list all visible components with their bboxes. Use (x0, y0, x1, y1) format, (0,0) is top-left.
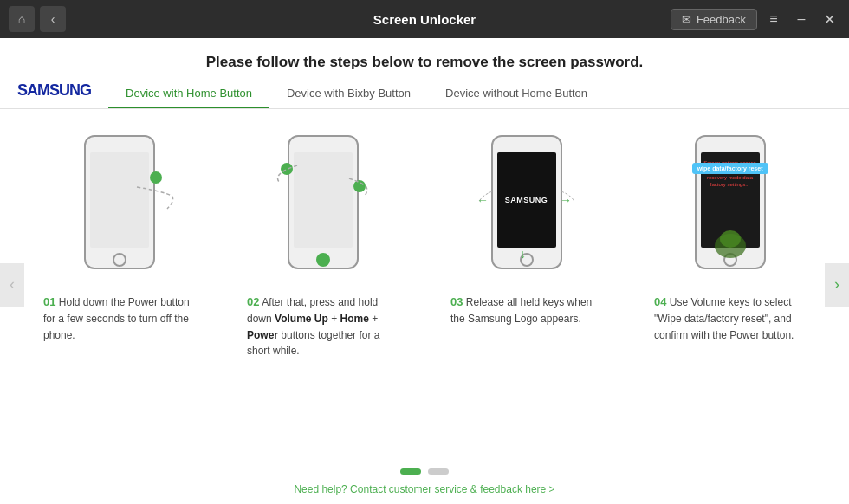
power-btn2-indicator (353, 180, 366, 192)
step-1-illustration (42, 118, 198, 287)
svg-text:←: ← (476, 193, 489, 207)
pagination (0, 460, 849, 480)
step-4: Screen options access to... recovery mod… (635, 118, 826, 359)
phone-3-home (520, 253, 534, 267)
phone-2 (288, 135, 359, 269)
prev-arrow[interactable]: ‹ (0, 263, 24, 307)
step-2: 02 After that, press and hold down Volum… (228, 118, 418, 359)
tab-bixby-button[interactable]: Device with Bixby Button (269, 80, 428, 108)
home-icon: ⌂ (18, 12, 25, 26)
feedback-button[interactable]: ✉ Feedback (671, 9, 757, 30)
step-3-text: 03 Release all held keys when the Samsun… (446, 287, 606, 327)
phone-4: Screen options access to... recovery mod… (695, 135, 766, 269)
step-2-text: 02 After that, press and hold down Volum… (243, 287, 403, 359)
step-3-illustration: SAMSUNG ← → ↓ (449, 118, 605, 287)
phone-1 (84, 135, 155, 269)
close-button[interactable]: ✕ (818, 8, 840, 30)
tabs-bar: SAMSUNG Device with Home Button Device w… (0, 80, 849, 109)
step-4-illustration: Screen options access to... recovery mod… (652, 118, 808, 287)
step-2-illustration (245, 118, 401, 287)
steps-container: 01 Hold down the Power button for a few … (17, 118, 832, 359)
titlebar-right-buttons: ✉ Feedback ≡ – ✕ (671, 8, 840, 30)
left-chevron-icon: ‹ (10, 275, 15, 294)
home-button[interactable]: ⌂ (9, 6, 35, 32)
back-button[interactable]: ‹ (40, 6, 66, 32)
phone-1-screen (90, 152, 149, 248)
menu-icon: ≡ (769, 11, 777, 27)
steps-area: ‹ 01 Ho (0, 109, 849, 460)
phone-2-screen (294, 152, 353, 248)
mail-icon: ✉ (682, 13, 691, 26)
titlebar: ⌂ ‹ Screen Unlocker ✉ Feedback ≡ – ✕ (0, 0, 849, 38)
phone-4-home (723, 253, 737, 267)
step-3: SAMSUNG ← → ↓ (431, 118, 622, 359)
minimize-icon: – (798, 11, 806, 27)
samsung-logo: SAMSUNG (17, 81, 108, 107)
vol-btn-indicator (281, 163, 293, 175)
close-icon: ✕ (824, 11, 835, 28)
right-chevron-icon: › (834, 275, 839, 294)
phone-1-home (113, 253, 126, 267)
step-1: 01 Hold down the Power button for a few … (24, 118, 215, 359)
next-arrow[interactable]: › (825, 263, 849, 307)
tab-no-home-button[interactable]: Device without Home Button (428, 80, 605, 108)
phone-2-home (316, 253, 330, 267)
headline: Please follow the steps below to remove … (0, 38, 849, 80)
back-icon: ‹ (51, 12, 55, 26)
step-1-text: 01 Hold down the Power button for a few … (39, 287, 199, 343)
phone-3: SAMSUNG (491, 135, 562, 269)
menu-button[interactable]: ≡ (762, 8, 785, 30)
main-content: Please follow the steps below to remove … (0, 38, 849, 504)
minimize-button[interactable]: – (790, 8, 813, 30)
phone-3-screen: SAMSUNG (497, 152, 556, 248)
pagination-dot-1[interactable] (400, 468, 421, 475)
step-4-text: 04 Use Volume keys to select "Wipe data/… (650, 287, 810, 343)
tab-home-button[interactable]: Device with Home Button (108, 80, 269, 108)
wipe-tooltip: wipe data/factory reset (692, 163, 768, 174)
titlebar-left-buttons: ⌂ ‹ (9, 6, 66, 32)
app-title: Screen Unlocker (373, 12, 476, 27)
pagination-dot-2[interactable] (428, 468, 449, 475)
help-link[interactable]: Need help? Contact customer service & fe… (0, 480, 849, 504)
power-indicator-1 (150, 171, 162, 184)
